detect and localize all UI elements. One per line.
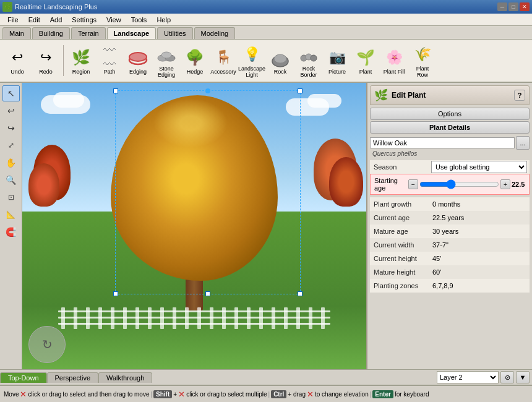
svg-rect-26 (222, 307, 226, 329)
minimize-button[interactable]: ─ (497, 2, 507, 11)
status-cursor-1: ✕ (20, 390, 27, 399)
accessory-button[interactable]: 🪑 Accessory (210, 44, 237, 78)
view-tab-topdown[interactable]: Top-Down (0, 372, 47, 383)
svg-point-6 (274, 54, 286, 63)
hedge-button[interactable]: 🌳 Hedge (181, 44, 208, 78)
edit-plant-panel: 🌿 Edit Plant ? Options Plant Details Wil… (366, 83, 532, 369)
landscape-light-button[interactable]: 💡 Landscape Light (238, 41, 265, 81)
rock-border-button[interactable]: Rock Border (295, 41, 322, 81)
season-label: Season (370, 160, 429, 174)
region-button[interactable]: 🌿 Region (67, 44, 95, 78)
titlebar: 🌿 Realtime Landscaping Plus ─ □ ✕ (0, 0, 532, 14)
svg-rect-16 (98, 307, 102, 329)
prop-label-current-height: Current height (370, 252, 429, 265)
zoom-tool-button[interactable]: 🔍 (2, 172, 20, 188)
path-button[interactable]: 〰〰 Path (96, 44, 123, 78)
layer-select[interactable]: Layer 1 Layer 2 Layer 3 (437, 371, 499, 383)
tab-utilities[interactable]: Utilities (157, 27, 192, 39)
prop-value-current-width: 37-7" (429, 238, 530, 252)
plant-fill-button[interactable]: 🌸 Plant Fill (380, 44, 408, 78)
edging-button[interactable]: Edging (124, 44, 152, 78)
tab-landscape[interactable]: Landscape (107, 27, 156, 39)
age-slider[interactable] (419, 180, 499, 189)
svg-rect-27 (234, 307, 238, 329)
status-click-drag-2: click or drag (186, 391, 220, 398)
prop-row-mature-height: Mature height 60' (370, 265, 530, 279)
accessory-label: Accessory (210, 69, 236, 75)
toolbar-tabs: Main Building Terrain Landscape Utilitie… (0, 26, 532, 40)
layer-controls: Layer 1 Layer 2 Layer 3 ⊘ ▼ (434, 371, 532, 383)
browse-button[interactable]: ... (516, 136, 530, 150)
age-decrease-button[interactable]: − (408, 179, 418, 189)
toolbar: ↩ Undo ↪ Redo 🌿 Region 〰〰 Path Edging St… (0, 40, 532, 83)
rock-label: Rock (274, 69, 287, 75)
tab-terrain[interactable]: Terrain (71, 27, 106, 39)
season-select[interactable]: Use global setting Spring Summer Fall Wi… (431, 161, 527, 173)
measure-tool-button[interactable]: 📐 (2, 207, 20, 223)
menu-help[interactable]: Help (152, 15, 176, 25)
plant-button[interactable]: 🌱 Plant (352, 44, 379, 78)
undo-button[interactable]: ↩ Undo (4, 44, 31, 78)
season-row: Season Use global setting Spring Summer … (370, 160, 530, 174)
menu-file[interactable]: File (2, 15, 24, 25)
menu-settings[interactable]: Settings (67, 15, 101, 25)
menu-edit[interactable]: Edit (24, 15, 45, 25)
separator-1 (63, 45, 64, 76)
stone-edging-label: Stone Edging (155, 66, 178, 79)
prop-label-current-age: Current age (370, 211, 429, 225)
status-plus-1: + (173, 391, 177, 398)
menu-add[interactable]: Add (45, 15, 67, 25)
status-cursor-2: ✕ (178, 390, 185, 399)
maximize-button[interactable]: □ (508, 2, 518, 11)
status-click-drag-1: click or drag (28, 391, 61, 398)
zoom-fit-button[interactable]: ⊡ (2, 189, 20, 205)
plant-row-button[interactable]: 🌾 Plant Row (409, 41, 436, 81)
scale-tool-button[interactable]: ⤢ (2, 137, 20, 153)
plant-name-row: Willow Oak ... (370, 136, 530, 150)
picture-button[interactable]: 📷 Picture (324, 44, 351, 78)
snap-tool-button[interactable]: 🧲 (2, 224, 20, 240)
panel-header: 🌿 Edit Plant ? (370, 85, 530, 105)
stone-edging-button[interactable]: Stone Edging (153, 41, 180, 81)
main-area: ↖ ↩ ↪ ⤢ ✋ 🔍 ⊡ 📐 🧲 (0, 83, 532, 369)
bg-tree-left-2 (28, 163, 59, 207)
tab-building[interactable]: Building (32, 27, 70, 39)
svg-rect-25 (210, 307, 213, 329)
rock-button[interactable]: Rock (267, 44, 294, 78)
prop-label-planting-zones: Planting zones (370, 279, 429, 293)
starting-age-label: Starting age (371, 176, 408, 193)
tab-main[interactable]: Main (2, 27, 31, 39)
plant-name-field[interactable]: Willow Oak (370, 137, 515, 148)
svg-rect-29 (259, 307, 263, 329)
redo-button[interactable]: ↪ Redo (32, 44, 59, 78)
menu-view[interactable]: View (101, 15, 126, 25)
undo-tool-button[interactable]: ↩ (2, 103, 20, 119)
plant-details-button[interactable]: Plant Details (370, 121, 530, 134)
edging-label: Edging (129, 69, 147, 75)
close-button[interactable]: ✕ (520, 2, 530, 11)
undo-label: Undo (11, 69, 24, 75)
help-button[interactable]: ? (514, 90, 525, 101)
svg-rect-20 (148, 307, 152, 329)
statusbar: Move ✕ click or drag to select and then … (0, 385, 532, 402)
select-tool-button[interactable]: ↖ (2, 85, 20, 101)
svg-point-1 (129, 53, 147, 61)
layer-clear-button[interactable]: ⊘ (500, 371, 514, 383)
tab-modeling[interactable]: Modeling (194, 27, 236, 39)
svg-rect-17 (111, 307, 114, 329)
view-tab-walkthrough[interactable]: Walkthrough (98, 372, 152, 383)
view-tab-perspective[interactable]: Perspective (47, 372, 98, 383)
prop-row-planting-zones: Planting zones 6,7,8,9 (370, 279, 530, 293)
redo-tool-button[interactable]: ↪ (2, 120, 20, 136)
prop-row-mature-age: Mature age 30 years (370, 225, 530, 238)
cloud-4 (307, 94, 341, 108)
layer-down-button[interactable]: ▼ (516, 371, 530, 383)
plant-label: Plant (359, 69, 372, 75)
3d-viewport[interactable]: ↻ (22, 83, 366, 369)
options-button[interactable]: Options (370, 108, 530, 120)
age-increase-button[interactable]: + (500, 179, 510, 189)
svg-rect-32 (296, 307, 300, 329)
menu-tools[interactable]: Tools (126, 15, 152, 25)
pan-tool-button[interactable]: ✋ (2, 155, 20, 171)
svg-rect-28 (247, 307, 251, 329)
